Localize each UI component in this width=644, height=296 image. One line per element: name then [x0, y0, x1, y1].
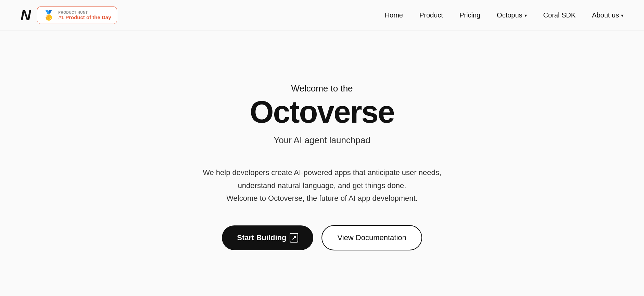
hero-description: We help developers create AI-powered app…: [203, 166, 441, 205]
logo: N: [21, 8, 30, 23]
nav-item-octopus[interactable]: Octopus ▾: [497, 11, 527, 19]
hero-tagline: Your AI agent launchpad: [274, 135, 370, 146]
view-documentation-label: View Documentation: [337, 233, 406, 242]
hero-section: Welcome to the Octoverse Your AI agent l…: [0, 31, 644, 296]
nav-item-pricing[interactable]: Pricing: [459, 11, 480, 19]
medal-icon: 🥇: [43, 10, 55, 21]
hero-title: Octoverse: [250, 96, 394, 128]
start-building-button[interactable]: Start Building ↗: [222, 225, 313, 250]
external-link-icon: ↗: [290, 233, 298, 243]
main-nav: Home Product Pricing Octopus ▾ Coral SDK…: [385, 11, 623, 19]
header-left: N 🥇 PRODUCT HUNT #1 Product of the Day: [21, 7, 117, 24]
hero-subtitle: Welcome to the: [291, 83, 353, 94]
header: N 🥇 PRODUCT HUNT #1 Product of the Day H…: [0, 0, 644, 31]
product-hunt-label: PRODUCT HUNT: [58, 11, 111, 14]
nav-item-home[interactable]: Home: [385, 11, 403, 19]
chevron-down-icon: ▾: [525, 13, 527, 18]
start-building-label: Start Building: [237, 233, 286, 242]
chevron-down-icon-about: ▾: [621, 13, 623, 18]
nav-item-coral-sdk[interactable]: Coral SDK: [543, 11, 576, 19]
product-hunt-title: #1 Product of the Day: [58, 14, 111, 20]
nav-item-about-us[interactable]: About us ▾: [592, 11, 623, 19]
nav-item-product[interactable]: Product: [419, 11, 443, 19]
product-hunt-badge[interactable]: 🥇 PRODUCT HUNT #1 Product of the Day: [37, 7, 117, 24]
product-hunt-text: PRODUCT HUNT #1 Product of the Day: [58, 11, 111, 20]
view-documentation-button[interactable]: View Documentation: [321, 225, 422, 250]
cta-buttons: Start Building ↗ View Documentation: [222, 225, 422, 250]
